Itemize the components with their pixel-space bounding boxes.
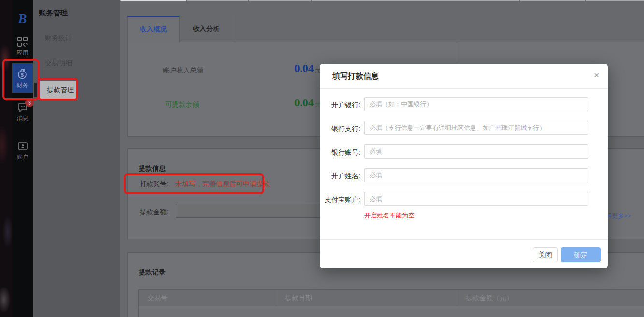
bank-name-input[interactable] <box>364 97 588 111</box>
rail-item-messages[interactable]: 3 消息 <box>12 101 33 123</box>
withdrawable-balance-label: 可提款余额 <box>165 101 199 109</box>
close-button[interactable]: 关闭 <box>533 247 558 262</box>
account-holder-label: 开户姓名: <box>322 172 360 181</box>
app-rail: B 应用 $ 财务 3 消息 <box>12 0 33 317</box>
close-icon[interactable]: × <box>594 71 599 80</box>
withdraw-records-table: 交易号 提款日期 提款金额（元） <box>138 289 644 317</box>
tab-income-overview[interactable]: 收入概况 <box>127 16 180 42</box>
income-tabs: 收入概况 收入分析 <box>127 16 644 42</box>
annotation-box-payment-account <box>124 173 264 194</box>
total-income-value: 0.04 <box>294 62 314 75</box>
modal-header: 填写打款信息 × <box>320 64 608 89</box>
col-withdraw-date: 提款日期 <box>276 290 457 306</box>
finance-subnav: 账务管理 财务统计 交易明细 提款管理 <box>33 0 120 317</box>
bank-account-input[interactable] <box>364 144 588 158</box>
modal-title: 填写打款信息 <box>332 72 379 82</box>
rail-item-label: 账户 <box>17 153 29 161</box>
bank-account-label: 银行账号: <box>322 148 360 157</box>
confirm-button[interactable]: 确定 <box>561 247 601 262</box>
col-withdraw-amount: 提款金额（元） <box>457 290 644 306</box>
annotation-box-finance-rail <box>2 59 39 100</box>
desktop-wallpaper-sliver <box>0 0 12 317</box>
modal-footer-divider <box>320 239 608 240</box>
withdraw-info-title: 提款信息 <box>139 164 166 173</box>
table-header-row: 交易号 提款日期 提款金额（元） <box>138 289 644 306</box>
withdraw-amount-label: 提款金额: <box>140 208 169 216</box>
rail-item-label: 消息 <box>17 115 29 123</box>
learn-more-link[interactable]: 解更多>> <box>605 212 631 220</box>
tab-income-analysis[interactable]: 收入分析 <box>180 16 233 42</box>
subnav-item-finance-stats[interactable]: 财务统计 <box>45 34 72 43</box>
alipay-account-label: 支付宝账户: <box>322 196 360 204</box>
account-holder-input[interactable] <box>364 168 588 182</box>
rail-item-label: 应用 <box>17 49 29 57</box>
rail-item-account[interactable]: 账户 <box>12 140 33 161</box>
alipay-account-input[interactable] <box>364 192 588 206</box>
annotation-box-withdraw-manage <box>38 78 78 101</box>
rail-item-apps[interactable]: 应用 <box>12 37 33 57</box>
apps-grid-icon <box>17 37 28 47</box>
payment-info-modal: 填写打款信息 × 开户银行: 银行支行: 银行账号: 开户姓名: 支付宝账户: … <box>320 64 608 268</box>
top-edge-strip <box>120 0 644 1</box>
subnav-title: 账务管理 <box>39 9 68 18</box>
total-income-label: 账户收入总额 <box>163 66 203 75</box>
bank-branch-label: 银行支行: <box>322 125 360 133</box>
validation-error-text: 开启姓名不能为空 <box>364 211 415 220</box>
subnav-item-transaction-detail[interactable]: 交易明细 <box>45 59 72 68</box>
brand-logo[interactable]: B <box>12 12 33 27</box>
withdrawable-balance-value: 0.04 <box>294 97 314 109</box>
account-card-icon <box>17 140 29 152</box>
table-body-empty <box>138 306 644 317</box>
col-transaction-id: 交易号 <box>139 290 276 306</box>
bank-name-label: 开户银行: <box>322 101 360 110</box>
withdraw-records-title: 提款记录 <box>139 268 166 277</box>
bank-branch-input[interactable] <box>364 121 588 135</box>
app-window: B 应用 $ 财务 3 消息 <box>0 0 644 317</box>
